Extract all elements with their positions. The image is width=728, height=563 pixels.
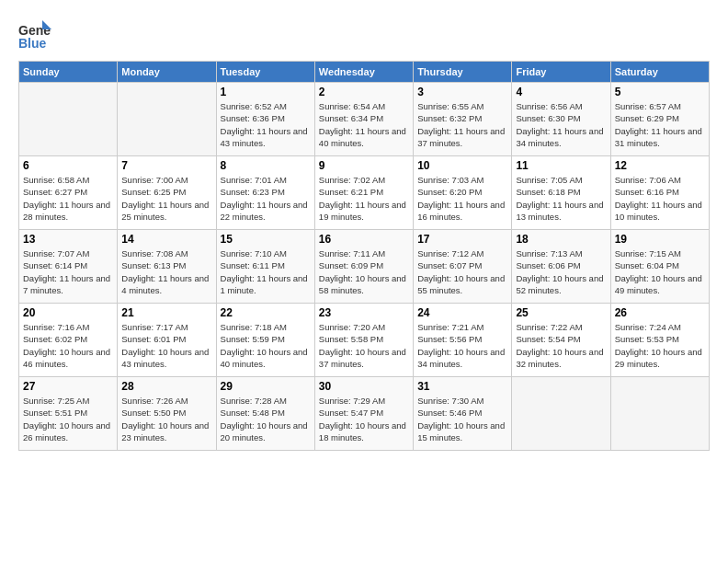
day-number: 12 — [615, 159, 705, 172]
day-info: Sunrise: 6:52 AMSunset: 6:36 PMDaylight:… — [221, 100, 311, 149]
day-number: 23 — [319, 306, 409, 319]
calendar-table: SundayMondayTuesdayWednesdayThursdayFrid… — [18, 61, 710, 451]
day-info: Sunrise: 7:26 AMSunset: 5:50 PMDaylight:… — [121, 395, 211, 443]
day-number: 15 — [221, 233, 311, 246]
calendar-cell: 22Sunrise: 7:18 AMSunset: 5:59 PMDayligh… — [216, 304, 314, 377]
day-number: 9 — [319, 159, 409, 172]
day-number: 13 — [23, 233, 113, 246]
weekday-header: Friday — [512, 62, 610, 83]
weekday-header: Saturday — [610, 62, 709, 83]
svg-text:Blue: Blue — [18, 36, 47, 51]
calendar-cell: 23Sunrise: 7:20 AMSunset: 5:58 PMDayligh… — [314, 304, 413, 377]
calendar-cell: 29Sunrise: 7:28 AMSunset: 5:48 PMDayligh… — [216, 377, 314, 451]
day-number: 21 — [121, 306, 211, 319]
day-number: 31 — [417, 380, 507, 393]
day-info: Sunrise: 7:28 AMSunset: 5:48 PMDaylight:… — [221, 395, 311, 443]
weekday-header: Wednesday — [314, 62, 413, 83]
calendar-row: 27Sunrise: 7:25 AMSunset: 5:51 PMDayligh… — [19, 377, 710, 451]
day-number: 11 — [516, 159, 606, 172]
calendar-cell: 1Sunrise: 6:52 AMSunset: 6:36 PMDaylight… — [216, 83, 314, 156]
calendar-cell: 9Sunrise: 7:02 AMSunset: 6:21 PMDaylight… — [314, 156, 413, 230]
day-number: 3 — [417, 86, 507, 98]
day-info: Sunrise: 7:24 AMSunset: 5:53 PMDaylight:… — [615, 321, 705, 370]
day-number: 22 — [221, 306, 311, 319]
calendar-cell: 4Sunrise: 6:56 AMSunset: 6:30 PMDaylight… — [512, 83, 610, 156]
calendar-cell — [512, 377, 610, 451]
calendar-cell: 21Sunrise: 7:17 AMSunset: 6:01 PMDayligh… — [118, 304, 216, 377]
calendar-cell: 18Sunrise: 7:13 AMSunset: 6:06 PMDayligh… — [512, 230, 610, 304]
calendar-cell — [19, 83, 118, 156]
day-info: Sunrise: 7:15 AMSunset: 6:04 PMDaylight:… — [615, 247, 705, 296]
calendar-cell: 6Sunrise: 6:58 AMSunset: 6:27 PMDaylight… — [19, 156, 118, 230]
calendar-row: 20Sunrise: 7:16 AMSunset: 6:02 PMDayligh… — [19, 304, 710, 377]
calendar-body: 1Sunrise: 6:52 AMSunset: 6:36 PMDaylight… — [19, 83, 710, 451]
day-number: 4 — [516, 86, 606, 98]
calendar-cell: 31Sunrise: 7:30 AMSunset: 5:46 PMDayligh… — [414, 377, 512, 451]
day-info: Sunrise: 7:05 AMSunset: 6:18 PMDaylight:… — [516, 174, 606, 223]
calendar-cell: 5Sunrise: 6:57 AMSunset: 6:29 PMDaylight… — [610, 83, 709, 156]
day-info: Sunrise: 6:57 AMSunset: 6:29 PMDaylight:… — [615, 100, 705, 149]
calendar-row: 13Sunrise: 7:07 AMSunset: 6:14 PMDayligh… — [19, 230, 710, 304]
day-number: 1 — [221, 86, 311, 98]
day-number: 30 — [319, 380, 409, 393]
day-number: 6 — [23, 159, 113, 172]
day-info: Sunrise: 7:18 AMSunset: 5:59 PMDaylight:… — [221, 321, 311, 370]
day-number: 19 — [615, 233, 705, 246]
calendar-cell: 10Sunrise: 7:03 AMSunset: 6:20 PMDayligh… — [414, 156, 512, 230]
day-number: 2 — [319, 86, 409, 98]
day-info: Sunrise: 7:22 AMSunset: 5:54 PMDaylight:… — [516, 321, 606, 370]
day-info: Sunrise: 7:21 AMSunset: 5:56 PMDaylight:… — [417, 321, 507, 370]
day-number: 5 — [615, 86, 705, 98]
calendar-cell: 14Sunrise: 7:08 AMSunset: 6:13 PMDayligh… — [118, 230, 216, 304]
day-number: 7 — [121, 159, 211, 172]
day-info: Sunrise: 7:20 AMSunset: 5:58 PMDaylight:… — [319, 321, 409, 370]
calendar-cell: 17Sunrise: 7:12 AMSunset: 6:07 PMDayligh… — [414, 230, 512, 304]
day-number: 28 — [121, 380, 211, 393]
day-number: 8 — [221, 159, 311, 172]
calendar-cell: 26Sunrise: 7:24 AMSunset: 5:53 PMDayligh… — [610, 304, 709, 377]
day-number: 20 — [23, 306, 113, 319]
day-number: 14 — [121, 233, 211, 246]
day-info: Sunrise: 6:56 AMSunset: 6:30 PMDaylight:… — [516, 100, 606, 149]
day-info: Sunrise: 6:58 AMSunset: 6:27 PMDaylight:… — [23, 174, 113, 223]
day-info: Sunrise: 7:25 AMSunset: 5:51 PMDaylight:… — [23, 395, 113, 443]
day-info: Sunrise: 7:12 AMSunset: 6:07 PMDaylight:… — [417, 247, 507, 296]
day-number: 17 — [417, 233, 507, 246]
calendar-row: 1Sunrise: 6:52 AMSunset: 6:36 PMDaylight… — [19, 83, 710, 156]
calendar-cell: 20Sunrise: 7:16 AMSunset: 6:02 PMDayligh… — [19, 304, 118, 377]
day-info: Sunrise: 7:01 AMSunset: 6:23 PMDaylight:… — [221, 174, 311, 223]
day-number: 10 — [417, 159, 507, 172]
calendar-cell: 28Sunrise: 7:26 AMSunset: 5:50 PMDayligh… — [118, 377, 216, 451]
day-info: Sunrise: 7:13 AMSunset: 6:06 PMDaylight:… — [516, 247, 606, 296]
day-number: 16 — [319, 233, 409, 246]
calendar-cell: 11Sunrise: 7:05 AMSunset: 6:18 PMDayligh… — [512, 156, 610, 230]
weekday-header: Thursday — [414, 62, 512, 83]
calendar-cell: 13Sunrise: 7:07 AMSunset: 6:14 PMDayligh… — [19, 230, 118, 304]
day-number: 25 — [516, 306, 606, 319]
calendar-cell — [610, 377, 709, 451]
day-number: 27 — [23, 380, 113, 393]
calendar-cell: 8Sunrise: 7:01 AMSunset: 6:23 PMDaylight… — [216, 156, 314, 230]
day-info: Sunrise: 7:30 AMSunset: 5:46 PMDaylight:… — [417, 395, 507, 443]
calendar-cell: 24Sunrise: 7:21 AMSunset: 5:56 PMDayligh… — [414, 304, 512, 377]
calendar-cell — [118, 83, 216, 156]
day-info: Sunrise: 7:06 AMSunset: 6:16 PMDaylight:… — [615, 174, 705, 223]
day-info: Sunrise: 7:16 AMSunset: 6:02 PMDaylight:… — [23, 321, 113, 370]
day-info: Sunrise: 7:07 AMSunset: 6:14 PMDaylight:… — [23, 247, 113, 296]
day-info: Sunrise: 7:11 AMSunset: 6:09 PMDaylight:… — [319, 247, 409, 296]
calendar-cell: 27Sunrise: 7:25 AMSunset: 5:51 PMDayligh… — [19, 377, 118, 451]
weekday-header: Monday — [118, 62, 216, 83]
calendar-cell: 25Sunrise: 7:22 AMSunset: 5:54 PMDayligh… — [512, 304, 610, 377]
day-number: 24 — [417, 306, 507, 319]
calendar-row: 6Sunrise: 6:58 AMSunset: 6:27 PMDaylight… — [19, 156, 710, 230]
day-number: 26 — [615, 306, 705, 319]
calendar-cell: 16Sunrise: 7:11 AMSunset: 6:09 PMDayligh… — [314, 230, 413, 304]
calendar-cell: 15Sunrise: 7:10 AMSunset: 6:11 PMDayligh… — [216, 230, 314, 304]
day-info: Sunrise: 7:02 AMSunset: 6:21 PMDaylight:… — [319, 174, 409, 223]
calendar-cell: 19Sunrise: 7:15 AMSunset: 6:04 PMDayligh… — [610, 230, 709, 304]
day-number: 29 — [221, 380, 311, 393]
logo-icon: General Blue — [18, 18, 51, 52]
day-info: Sunrise: 7:08 AMSunset: 6:13 PMDaylight:… — [121, 247, 211, 296]
logo: General Blue — [18, 18, 55, 52]
calendar-cell: 30Sunrise: 7:29 AMSunset: 5:47 PMDayligh… — [314, 377, 413, 451]
